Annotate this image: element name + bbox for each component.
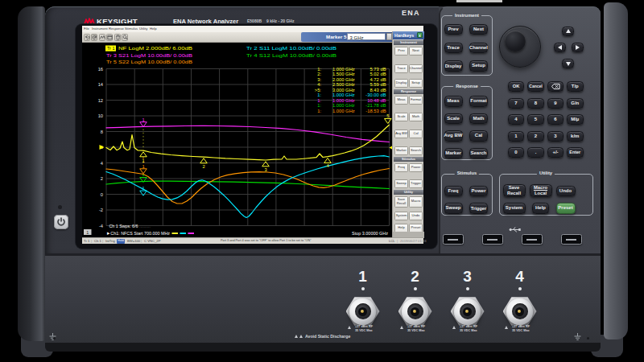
svg-text:NF LogM 2.000dB/ 6.00dB: NF LogM 2.000dB/ 6.00dB [118,46,192,51]
svg-text:4:: 4: [317,82,321,87]
svg-text:5.73 dB: 5.73 dB [370,66,386,71]
svg-text:10.48 dB: 10.48 dB [367,97,386,102]
svg-text:1.000 GHz: 1.000 GHz [332,103,355,108]
svg-text:-2: -2 [99,208,103,212]
svg-text:1:: 1: [317,66,321,71]
svg-text:Tr 3 S21 LogM 10.00dB/ 0.00dB: Tr 3 S21 LogM 10.00dB/ 0.00dB [106,52,192,57]
svg-text:8.43 dB: 8.43 dB [370,87,386,92]
svg-text:1:: 1: [317,97,321,102]
svg-text:-21.78 dB: -21.78 dB [365,103,386,108]
svg-text:1.000 GHz: 1.000 GHz [332,66,355,71]
svg-text:►Ch1: NFCS Start 700.000 MHz: ►Ch1: NFCS Start 700.000 MHz [106,231,170,236]
svg-text:2: 2 [101,176,103,181]
svg-text:1.500 GHz: 1.500 GHz [332,72,355,76]
svg-text:-30.00 dB: -30.00 dB [365,93,386,97]
svg-text:1.000 GHz: 1.000 GHz [332,108,355,113]
svg-text:5.02 dB: 5.02 dB [370,72,386,76]
svg-text:1: 1 [142,117,144,121]
svg-text:Tr 2 S11 LogM 10.00dB/ 0.00dB: Tr 2 S11 LogM 10.00dB/ 0.00dB [246,46,336,51]
svg-text:2: 2 [202,163,204,168]
svg-text:2:: 2: [317,72,321,76]
svg-text:16: 16 [98,66,103,71]
svg-text:1.000 GHz: 1.000 GHz [332,97,355,102]
svg-text:-18.53 dB: -18.53 dB [365,108,386,113]
svg-text:Tr 5 S22 LogM 10.00dB/ 0.00dB: Tr 5 S22 LogM 10.00dB/ 0.00dB [106,60,192,64]
svg-text:>5:: >5: [315,87,322,92]
svg-text:5.59 dB: 5.59 dB [370,82,386,87]
svg-text:1.000 GHz: 1.000 GHz [332,93,355,97]
svg-text:10: 10 [98,113,103,118]
svg-text:1: 1 [142,185,144,190]
svg-text:-4: -4 [99,223,103,228]
svg-text:0: 0 [101,191,103,196]
svg-text:3.000 GHz: 3.000 GHz [332,87,355,92]
svg-text:1:: 1: [317,93,321,97]
svg-text:1: 1 [86,229,89,234]
svg-text:8: 8 [101,129,103,134]
svg-text:14: 14 [98,82,103,87]
svg-text:3: 3 [264,167,266,171]
svg-text:2.000 GHz: 2.000 GHz [332,76,355,81]
svg-text:5: 5 [386,113,389,118]
svg-text:Ch 1 Swps: 6/6: Ch 1 Swps: 6/6 [109,223,139,228]
svg-text:4: 4 [101,160,103,165]
svg-text:1: 1 [142,158,144,163]
svg-text:1:: 1: [317,108,321,113]
svg-text:3:: 3: [317,76,321,81]
svg-text:2.500 GHz: 2.500 GHz [332,82,355,87]
svg-text:Tr 1: Tr 1 [107,46,114,51]
svg-text:1:: 1: [317,103,321,108]
svg-text:12: 12 [98,97,103,102]
svg-text:4.72 dB: 4.72 dB [370,76,386,81]
svg-text:1: 1 [142,163,144,168]
svg-text:Stop 3.00000 GHz: Stop 3.00000 GHz [352,231,388,236]
svg-text:..........: .......... [139,224,151,228]
svg-text:Tr 4 S12 LogM 10.00dB/ 0.00dB: Tr 4 S12 LogM 10.00dB/ 0.00dB [246,52,336,57]
